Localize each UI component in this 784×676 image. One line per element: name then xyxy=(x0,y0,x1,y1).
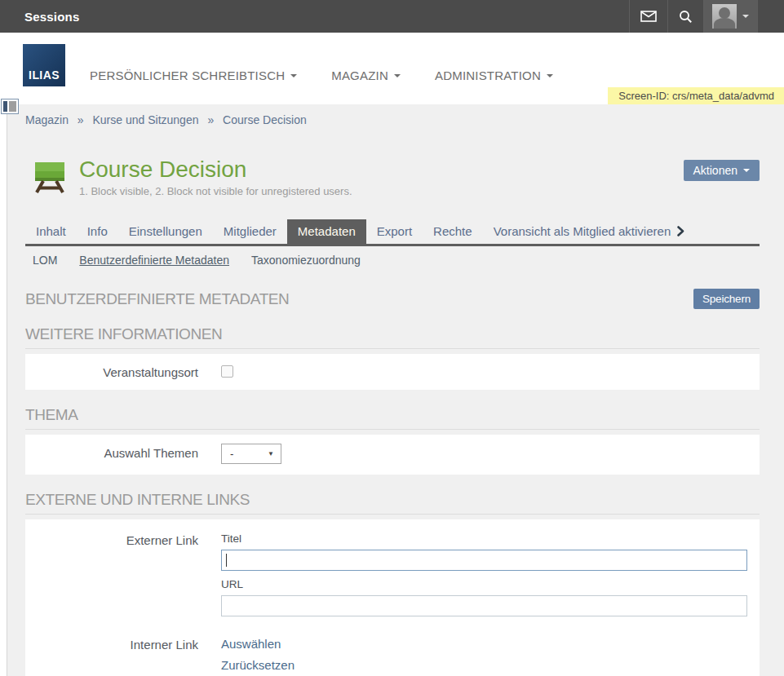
tab-voransicht-als-mitglied[interactable]: Voransicht als Mitglied aktivieren xyxy=(483,219,696,244)
breadcrumb-separator: » xyxy=(78,113,84,126)
caret-down-icon xyxy=(290,74,297,77)
caret-down-icon xyxy=(742,15,749,18)
tab-inhalt[interactable]: Inhalt xyxy=(25,219,77,244)
sidebar-toggle-icon[interactable] xyxy=(1,99,19,114)
save-button-top[interactable]: Speichern xyxy=(693,289,760,309)
form-row-links: Externer Link Titel URL Interner Link xyxy=(25,519,760,676)
field-label-auswahl-themen: Auswahl Themen xyxy=(25,445,198,464)
tab-einstellungen[interactable]: Einstellungen xyxy=(118,219,213,244)
breadcrumb-item-course-decision[interactable]: Course Decision xyxy=(223,113,307,126)
field-label-interner-link: Interner Link xyxy=(25,637,198,672)
chevron-right-icon xyxy=(677,226,684,236)
sublabel-titel: Titel xyxy=(221,532,747,545)
tab-export[interactable]: Export xyxy=(366,219,423,244)
screen-id-badge: Screen-ID: crs/meta_data/advmd xyxy=(608,87,784,105)
breadcrumb-item-kurse[interactable]: Kurse und Sitzungen xyxy=(93,113,199,126)
form-header: BENUTZERDEFINIERTE METADATEN Speichern xyxy=(25,289,760,309)
nav-persoenlicher-schreibtisch[interactable]: PERSÖNLICHER SCHREIBTISCH xyxy=(90,68,297,82)
page-title: Course Decision xyxy=(79,157,352,183)
subtab-bar: LOM Benutzerdefinierte Metadaten Taxonom… xyxy=(25,254,760,267)
field-group-externer-link: Externer Link Titel URL xyxy=(25,532,760,624)
caret-down-icon xyxy=(743,169,750,172)
ilias-logo[interactable]: ILIAS xyxy=(23,44,65,86)
topbar-actions xyxy=(629,0,758,33)
field-label-externer-link: Externer Link xyxy=(25,532,198,624)
search-button[interactable] xyxy=(667,0,703,33)
select-value: - xyxy=(230,448,233,460)
tab-metadaten[interactable]: Metadaten xyxy=(287,219,366,244)
mail-icon xyxy=(640,11,657,22)
form-title: BENUTZERDEFINIERTE METADATEN xyxy=(25,290,289,308)
window-title: Sessions xyxy=(24,10,79,24)
tab-rechte[interactable]: Rechte xyxy=(423,219,483,244)
user-menu-button[interactable] xyxy=(703,0,757,33)
topbar: Sessions xyxy=(0,0,784,33)
tab-bar: Inhalt Info Einstellungen Mitglieder Met… xyxy=(25,219,760,246)
nav-label: PERSÖNLICHER SCHREIBTISCH xyxy=(90,68,285,82)
tab-mitglieder[interactable]: Mitglieder xyxy=(213,219,287,244)
text-cursor xyxy=(226,554,227,567)
form-row-auswahl-themen: Auswahl Themen - ▼ xyxy=(25,435,760,475)
nav-label: MAGAZIN xyxy=(331,68,388,82)
actions-button[interactable]: Aktionen xyxy=(684,160,760,181)
subtab-lom[interactable]: LOM xyxy=(33,254,57,267)
avatar xyxy=(712,4,737,29)
nav-magazin[interactable]: MAGAZIN xyxy=(331,68,401,82)
breadcrumb-separator: » xyxy=(207,113,214,126)
title-text-group: Course Decision 1. Block visible, 2. Blo… xyxy=(79,157,352,197)
tab-label: Voransicht als Mitglied aktivieren xyxy=(494,224,671,238)
veranstaltungsort-checkbox[interactable] xyxy=(221,365,233,378)
mail-button[interactable] xyxy=(629,0,667,33)
site-header: ILIAS PERSÖNLICHER SCHREIBTISCH MAGAZIN … xyxy=(0,33,784,104)
subtab-taxonomiezuordnung[interactable]: Taxonomiezuordnung xyxy=(251,254,361,267)
auswaehlen-link[interactable]: Auswählen xyxy=(221,637,747,651)
course-icon xyxy=(32,158,68,194)
auswahl-themen-select[interactable]: - ▼ xyxy=(221,444,281,464)
title-block: Course Decision 1. Block visible, 2. Blo… xyxy=(25,157,760,197)
caret-down-icon xyxy=(394,74,401,77)
form-row-veranstaltungsort: Veranstaltungsort xyxy=(25,354,760,390)
caret-down-icon: ▼ xyxy=(268,450,274,457)
field-group-interner-link: Interner Link Auswählen Zurücksetzen xyxy=(25,637,760,672)
field-label-veranstaltungsort: Veranstaltungsort xyxy=(25,365,198,379)
breadcrumb: Magazin » Kurse und Sitzungen » Course D… xyxy=(25,104,760,126)
actions-button-label: Aktionen xyxy=(693,164,737,177)
section-heading-weitere-informationen: WEITERE INFORMATIONEN xyxy=(25,325,760,349)
zuruecksetzen-link[interactable]: Zurücksetzen xyxy=(221,658,747,672)
main-nav: PERSÖNLICHER SCHREIBTISCH MAGAZIN ADMINI… xyxy=(90,68,587,82)
sublabel-url: URL xyxy=(221,578,747,590)
nav-administration[interactable]: ADMINISTRATION xyxy=(435,68,553,82)
titel-input[interactable] xyxy=(221,550,747,571)
section-heading-externe-und-interne-links: EXTERNE UND INTERNE LINKS xyxy=(25,491,760,515)
page-description: 1. Block visible, 2. Block not visible f… xyxy=(79,185,352,197)
search-icon xyxy=(679,10,693,24)
tab-info[interactable]: Info xyxy=(77,219,118,244)
caret-down-icon xyxy=(547,74,553,77)
url-input[interactable] xyxy=(221,595,747,616)
page: Sessions ILIAS xyxy=(0,0,784,676)
breadcrumb-item-magazin[interactable]: Magazin xyxy=(25,113,69,126)
nav-label: ADMINISTRATION xyxy=(435,68,541,82)
section-heading-thema: THEMA xyxy=(25,406,760,430)
content-area: Magazin » Kurse und Sitzungen » Course D… xyxy=(7,104,784,676)
subtab-benutzerdefinierte-metadaten[interactable]: Benutzerdefinierte Metadaten xyxy=(79,254,229,267)
